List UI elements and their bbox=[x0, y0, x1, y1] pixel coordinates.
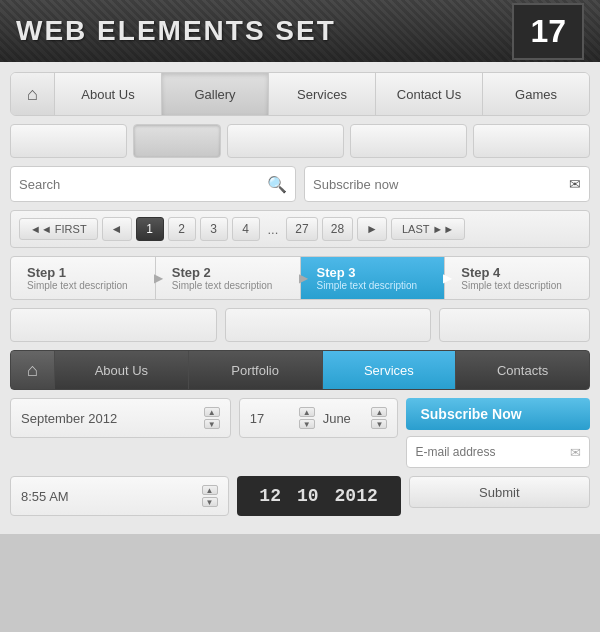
step-1-desc: Simple text description bbox=[27, 280, 145, 291]
time-value: 8:55 AM bbox=[21, 489, 202, 504]
step-2-arrow: ▶ bbox=[299, 271, 308, 285]
pagination-dots: ... bbox=[264, 222, 283, 237]
bottom-nav-contacts[interactable]: Contacts bbox=[456, 351, 589, 389]
step-3-arrow: ▶ bbox=[443, 271, 452, 285]
header: WEB ELEMENTS SET 17 bbox=[0, 0, 600, 62]
digital-date-display: 12 10 2012 bbox=[237, 476, 401, 516]
spin-up-1[interactable]: ▲ bbox=[204, 407, 220, 417]
search-icon[interactable]: 🔍 bbox=[267, 175, 287, 194]
spin-down-2b[interactable]: ▼ bbox=[371, 419, 387, 429]
step-3-desc: Simple text description bbox=[317, 280, 435, 291]
spin-down-2a[interactable]: ▼ bbox=[299, 419, 315, 429]
spin-down-time[interactable]: ▼ bbox=[202, 497, 218, 507]
pagination-page-4[interactable]: 4 bbox=[232, 217, 260, 241]
pagination-prev[interactable]: ◄ bbox=[102, 217, 132, 241]
pagination-first[interactable]: ◄◄ FIRST bbox=[19, 218, 98, 240]
step-4-desc: Simple text description bbox=[461, 280, 579, 291]
email-mail-icon: ✉ bbox=[570, 445, 581, 460]
spinner-1: ▲ ▼ bbox=[204, 407, 220, 429]
digital-year: 2012 bbox=[335, 486, 378, 506]
time-field[interactable]: 8:55 AM ▲ ▼ bbox=[10, 476, 229, 516]
spin-down-1[interactable]: ▼ bbox=[204, 419, 220, 429]
date-value-2b: June bbox=[323, 411, 372, 426]
header-number: 17 bbox=[512, 3, 584, 60]
search-input[interactable] bbox=[19, 177, 267, 192]
header-title: WEB ELEMENTS SET bbox=[16, 15, 336, 47]
step-2[interactable]: Step 2 Simple text description ▶ bbox=[156, 257, 301, 299]
bottom-navbar: ⌂ About Us Portfolio Services Contacts bbox=[10, 350, 590, 390]
date-field-1[interactable]: September 2012 ▲ ▼ bbox=[10, 398, 231, 438]
button-row-1 bbox=[10, 124, 590, 158]
bottom-nav-home[interactable]: ⌂ bbox=[11, 351, 55, 389]
pagination-page-1[interactable]: 1 bbox=[136, 217, 164, 241]
nav-item-gallery[interactable]: Gallery bbox=[162, 73, 269, 115]
content-block-1 bbox=[10, 308, 217, 342]
search-row: 🔍 ✉ bbox=[10, 166, 590, 202]
date-field-2[interactable]: 17 ▲ ▼ June ▲ ▼ bbox=[239, 398, 399, 438]
step-1-label: Step 1 bbox=[27, 265, 145, 280]
content-block-2 bbox=[225, 308, 432, 342]
content-block-3 bbox=[439, 308, 590, 342]
empty-content-row bbox=[10, 308, 590, 342]
email-field-row: ✉ bbox=[406, 436, 590, 468]
pagination-next[interactable]: ► bbox=[357, 217, 387, 241]
spinner-2b: ▲ ▼ bbox=[371, 407, 387, 429]
subscribe-input[interactable] bbox=[313, 177, 569, 192]
step-4[interactable]: Step 4 Simple text description bbox=[445, 257, 589, 299]
pagination-page-27[interactable]: 27 bbox=[286, 217, 317, 241]
digital-month: 10 bbox=[297, 486, 319, 506]
nav-home-button[interactable]: ⌂ bbox=[11, 73, 55, 115]
search-box[interactable]: 🔍 bbox=[10, 166, 296, 202]
spinner-2a: ▲ ▼ bbox=[299, 407, 315, 429]
spin-up-time[interactable]: ▲ bbox=[202, 485, 218, 495]
bottom-home-icon: ⌂ bbox=[27, 360, 38, 381]
subscribe-now-button[interactable]: Subscribe Now bbox=[406, 398, 590, 430]
button-5[interactable] bbox=[473, 124, 590, 158]
pagination-page-28[interactable]: 28 bbox=[322, 217, 353, 241]
email-input[interactable] bbox=[415, 445, 570, 459]
mail-icon[interactable]: ✉ bbox=[569, 176, 581, 192]
step-1[interactable]: Step 1 Simple text description ▶ bbox=[11, 257, 156, 299]
bottom-nav-portfolio[interactable]: Portfolio bbox=[189, 351, 323, 389]
subscribe-form: Subscribe Now ✉ bbox=[406, 398, 590, 468]
home-icon: ⌂ bbox=[27, 84, 38, 105]
date-value-2a: 17 bbox=[250, 411, 299, 426]
nav-item-contactus[interactable]: Contact Us bbox=[376, 73, 483, 115]
button-2[interactable] bbox=[133, 124, 221, 158]
pagination-last[interactable]: LAST ►► bbox=[391, 218, 465, 240]
date-value-1: September 2012 bbox=[21, 411, 204, 426]
nav-item-services[interactable]: Services bbox=[269, 73, 376, 115]
spin-up-2b[interactable]: ▲ bbox=[371, 407, 387, 417]
form-row-1: September 2012 ▲ ▼ 17 ▲ ▼ June ▲ ▼ Subsc… bbox=[10, 398, 590, 468]
step-4-label: Step 4 bbox=[461, 265, 579, 280]
step-3-label: Step 3 bbox=[317, 265, 435, 280]
pagination-page-3[interactable]: 3 bbox=[200, 217, 228, 241]
button-3[interactable] bbox=[227, 124, 344, 158]
submit-button[interactable]: Submit bbox=[409, 476, 590, 508]
button-4[interactable] bbox=[350, 124, 467, 158]
nav-item-aboutus[interactable]: About Us bbox=[55, 73, 162, 115]
form-row-2: 8:55 AM ▲ ▼ 12 10 2012 Submit bbox=[10, 476, 590, 516]
navbar: ⌂ About Us Gallery Services Contact Us G… bbox=[10, 72, 590, 116]
pagination-page-2[interactable]: 2 bbox=[168, 217, 196, 241]
nav-item-games[interactable]: Games bbox=[483, 73, 589, 115]
bottom-nav-aboutus[interactable]: About Us bbox=[55, 351, 189, 389]
spinner-time: ▲ ▼ bbox=[202, 485, 218, 507]
digital-day: 12 bbox=[259, 486, 281, 506]
step-2-label: Step 2 bbox=[172, 265, 290, 280]
button-1[interactable] bbox=[10, 124, 127, 158]
step-1-arrow: ▶ bbox=[154, 271, 163, 285]
pagination: ◄◄ FIRST ◄ 1 2 3 4 ... 27 28 ► LAST ►► bbox=[10, 210, 590, 248]
subscribe-box[interactable]: ✉ bbox=[304, 166, 590, 202]
step-3[interactable]: Step 3 Simple text description ▶ bbox=[301, 257, 446, 299]
steps-row: Step 1 Simple text description ▶ Step 2 … bbox=[10, 256, 590, 300]
bottom-nav-services[interactable]: Services bbox=[323, 351, 457, 389]
step-2-desc: Simple text description bbox=[172, 280, 290, 291]
spin-up-2a[interactable]: ▲ bbox=[299, 407, 315, 417]
submit-area: Submit bbox=[409, 476, 590, 516]
